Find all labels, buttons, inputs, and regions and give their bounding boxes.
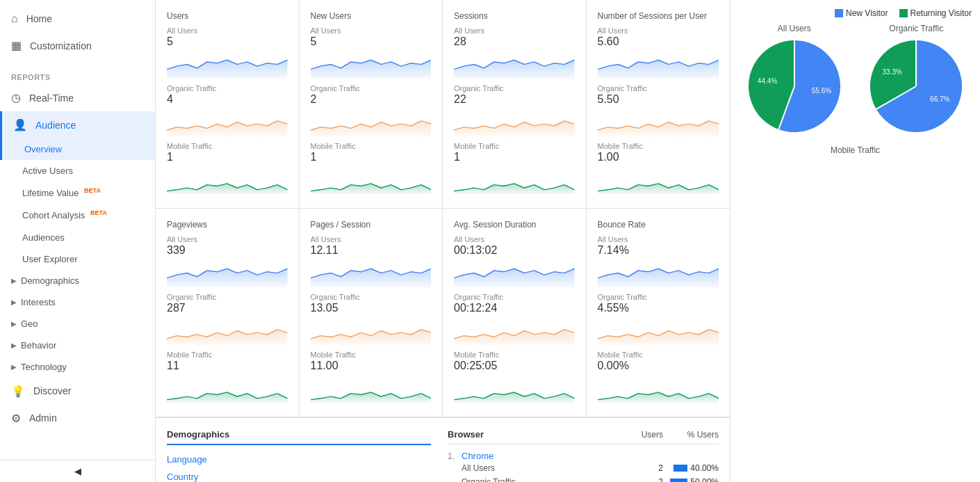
metric-sublabel: All Users [311,26,432,35]
metric-sublabel: Mobile Traffic [311,351,432,359]
sidebar-item-audiences[interactable]: Audiences [0,227,155,248]
behavior-label: Behavior [21,340,56,351]
mobile-pie-chart: Mobile Traffic 100% [800,145,911,273]
cohort-analysis-label: Cohort Analysis [22,211,85,221]
sidebar-item-home[interactable]: ⌂ Home [0,6,155,32]
sparkline-chart [454,51,575,79]
browser-row-chrome: 1. Chrome All Users 2 40.00% Organic Tra… [448,447,719,482]
demo-link-country[interactable]: Country [167,468,431,482]
users-col-header: Users [621,430,663,440]
sparkline-chart [598,166,719,194]
metric-sublabel: Organic Traffic [454,84,575,93]
metric-value: 13.05 [311,302,432,314]
sparkline-chart [454,375,575,403]
home-label: Home [26,13,52,24]
browser-name[interactable]: Chrome [462,451,719,461]
sidebar-item-cohort-analysis[interactable]: Cohort Analysis BETA [0,204,155,226]
sidebar-item-demographics[interactable]: ▶ Demographics [0,270,155,291]
metric-value: 4 [167,93,288,106]
geo-label: Geo [21,319,38,329]
audience-label: Audience [35,120,76,131]
metric-value: 2 [311,93,432,106]
sidebar-collapse-button[interactable]: ◀ [0,460,155,482]
sparkline-chart [598,51,719,79]
pie-charts-row: All Users 55.6%44.4% Organic Traffic 66.… [739,24,972,137]
metric-value: 11 [167,360,288,372]
metric-sublabel: All Users [454,235,575,243]
metric-title: Avg. Session Duration [454,220,575,230]
metric-value: 1.00 [598,151,719,163]
sidebar-item-discover[interactable]: 💡 Discover [0,378,155,405]
sidebar-item-admin[interactable]: ⚙ Admin [0,405,155,432]
sparkline-chart [167,166,288,194]
pie-chart-1: Organic Traffic 66.7%33.3% [867,24,965,137]
metric-sublabel: All Users [454,26,575,35]
metric-value: 5 [311,35,432,48]
browser-bar-cell: 50.00% [663,477,719,482]
pie-chart-wrap: 55.6%44.4% [746,38,843,137]
mobile-chart-wrap: Mobile Traffic 100% [739,145,972,273]
metric-sublabel: Mobile Traffic [454,142,575,150]
metric-sublabel: Organic Traffic [167,293,288,301]
metric-title: Number of Sessions per User [598,11,719,21]
metric-value: 0.00% [598,360,719,372]
sidebar-item-technology[interactable]: ▶ Technology [0,356,155,378]
browser-pct: 50.00% [690,477,719,482]
metric-value: 12.11 [311,244,432,257]
sidebar-item-audience[interactable]: 👤 Audience [0,111,155,138]
customization-icon: ▦ [11,39,22,52]
svg-text:33.3%: 33.3% [883,68,902,76]
sidebar-item-realtime[interactable]: ◷ Real-Time [0,84,155,111]
browser-col-header: Browser [448,429,621,440]
sidebar-item-user-explorer[interactable]: User Explorer [0,248,155,270]
metric-value: 4.55% [598,302,719,314]
browser-sub-label: All Users [462,463,621,473]
metric-value: 00:13:02 [454,244,575,257]
browser-num: 1. [448,451,462,461]
sparkline-chart [598,317,719,345]
metric-sublabel: Organic Traffic [311,293,432,301]
behavior-arrow-icon: ▶ [11,342,17,349]
browser-bar [673,465,687,472]
demographics-heading: Demographics [167,429,431,445]
sidebar-item-customization[interactable]: ▦ Customization [0,32,155,59]
metric-card-4: PageviewsAll Users339 Organic Traffic287… [156,209,300,417]
lifetime-value-label: Lifetime Value [22,188,79,198]
metric-sublabel: Mobile Traffic [598,142,719,150]
metrics-grid: UsersAll Users5 Organic Traffic4 Mobile … [156,0,730,418]
metric-title: Sessions [454,11,575,21]
sidebar-item-overview[interactable]: Overview [0,138,155,160]
bottom-section: Demographics LanguageCountryCity System … [156,418,730,482]
sparkline-chart [167,259,288,287]
overview-label: Overview [24,144,62,154]
sidebar-item-active-users[interactable]: Active Users [0,160,155,182]
metric-sublabel: Mobile Traffic [167,142,288,150]
browser-sub-label: Organic Traffic [462,477,621,482]
browser-sub-row: All Users 2 40.00% [448,461,719,475]
sidebar-item-geo[interactable]: ▶ Geo [0,313,155,335]
metric-value: 5 [167,35,288,48]
lifetime-value-beta: BETA [84,187,101,194]
metric-title: Users [167,11,288,21]
demo-link-language[interactable]: Language [167,451,431,468]
sparkline-chart [311,375,432,403]
metric-sublabel: Organic Traffic [598,84,719,93]
pie-chart-title: Organic Traffic [867,24,965,33]
sparkline-chart [454,109,575,136]
sidebar-item-lifetime-value[interactable]: Lifetime Value BETA [0,182,155,204]
metric-title: Pageviews [167,220,288,230]
admin-label: Admin [29,412,57,424]
pie-chart-0: All Users 55.6%44.4% [746,24,843,137]
metric-value: 28 [454,35,575,48]
sidebar-item-interests[interactable]: ▶ Interests [0,291,155,313]
sidebar-item-behavior[interactable]: ▶ Behavior [0,335,155,356]
metric-sublabel: All Users [598,235,719,243]
reports-section-label: REPORTS [0,65,155,84]
metric-sublabel: All Users [311,235,432,243]
metric-card-6: Avg. Session DurationAll Users00:13:02 O… [443,209,587,417]
chart-legend: New Visitor Returning Visitor [739,8,972,18]
svg-text:44.4%: 44.4% [758,77,777,85]
demographics-arrow-icon: ▶ [11,277,17,284]
metric-sublabel: Organic Traffic [311,84,432,93]
sparkline-chart [311,166,432,194]
